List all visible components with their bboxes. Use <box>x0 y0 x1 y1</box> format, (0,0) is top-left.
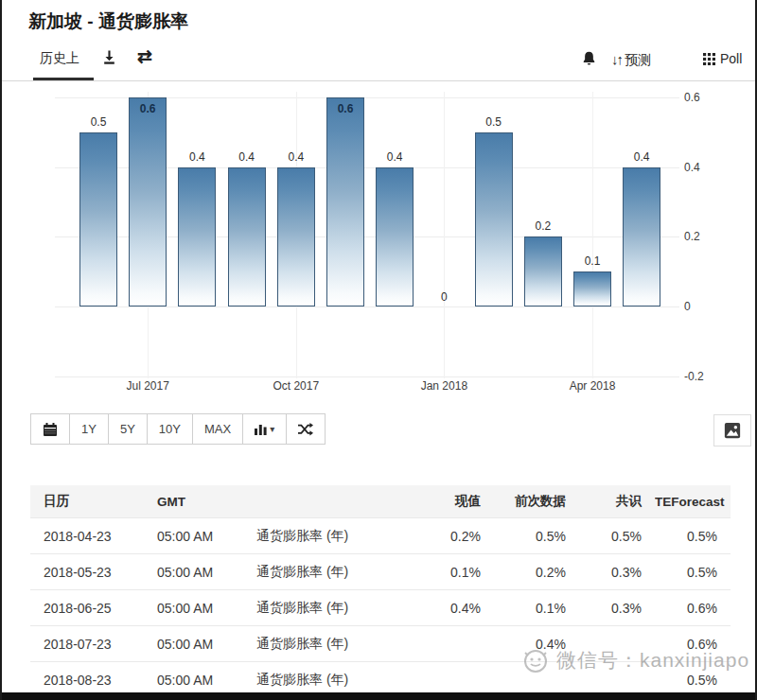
bar-value-label: 0.4 <box>366 150 423 164</box>
bell-icon[interactable] <box>581 50 597 67</box>
shuffle-icon <box>298 423 313 436</box>
table-cell: 0.4% <box>418 590 494 626</box>
bar[interactable] <box>129 97 167 306</box>
table-cell: 05:00 AM <box>144 554 243 590</box>
bar-value-label: 0.4 <box>219 150 275 164</box>
shuffle-button[interactable] <box>286 413 326 445</box>
bar[interactable] <box>178 167 216 306</box>
table-cell: 0.6% <box>655 626 731 662</box>
table-cell: 05:00 AM <box>144 590 243 626</box>
bar[interactable] <box>79 132 117 306</box>
table-cell <box>579 626 655 662</box>
y-axis-tick-label: 0.6 <box>684 91 726 104</box>
x-axis-tick-label: Apr 2018 <box>550 379 635 393</box>
table-cell: 2018-05-23 <box>30 554 144 590</box>
table-row[interactable]: 2018-07-2305:00 AM通货膨胀率 (年)0.4%0.6% <box>30 626 731 662</box>
bar-value-label: 0.1 <box>564 254 621 268</box>
table-cell <box>418 626 494 662</box>
table-cell: 0.2% <box>418 518 494 554</box>
column-header: TEForecast <box>655 485 731 518</box>
compare-icon[interactable]: ⇄ <box>137 45 152 67</box>
calendar-data-table: 日历GMT现值前次数据共识TEForecast2018-04-2305:00 A… <box>30 485 731 697</box>
column-header: 现值 <box>418 485 494 518</box>
table-header-row: 日历GMT现值前次数据共识TEForecast <box>30 485 731 518</box>
bar-value-label: 0.5 <box>466 115 522 129</box>
gridline-vertical <box>444 92 445 378</box>
y-axis-tick-label: 0.2 <box>684 230 726 243</box>
bar-value-label: 0.6 <box>317 102 374 115</box>
tab-history[interactable]: 历史上 <box>40 50 79 67</box>
gridline-vertical <box>592 92 593 378</box>
table-cell: 0.3% <box>579 590 655 626</box>
table-cell: 05:00 AM <box>144 626 243 662</box>
trading-economics-page: 新加坡 - 通货膨胀率 历史上 ⇄ ↓↑预测 Poll 0.60.40.20-0… <box>0 0 757 700</box>
bar[interactable] <box>326 97 364 306</box>
table-row[interactable]: 2018-04-2305:00 AM通货膨胀率 (年)0.2%0.5%0.5%0… <box>30 518 731 554</box>
bar-value-label: 0.4 <box>168 150 225 164</box>
table-cell: 0.2% <box>494 554 579 590</box>
bar[interactable] <box>573 271 611 306</box>
bar-value-label: 0.4 <box>268 150 325 164</box>
range-1y-button[interactable]: 1Y <box>69 413 109 445</box>
download-icon[interactable] <box>101 49 117 65</box>
poll-label: Poll <box>720 51 742 66</box>
bar-value-label: 0.2 <box>515 219 572 233</box>
table-row[interactable]: 2018-06-2505:00 AM通货膨胀率 (年)0.4%0.1%0.3%0… <box>30 590 731 626</box>
forecast-label: 预测 <box>625 52 651 67</box>
bottom-black-bar <box>2 692 755 700</box>
table-row[interactable]: 2018-05-2305:00 AM通货膨胀率 (年)0.1%0.2%0.3%0… <box>30 554 731 590</box>
table-cell: 0.5% <box>579 518 655 554</box>
table-cell: 2018-06-25 <box>30 590 144 626</box>
y-axis-tick-label: 0.4 <box>684 161 726 174</box>
y-axis-tick-label: 0 <box>684 300 726 313</box>
table-cell: 2018-07-23 <box>30 626 144 662</box>
forecast-button[interactable]: ↓↑预测 <box>611 51 651 69</box>
bar-value-label: 0.6 <box>119 102 176 115</box>
range-10y-button[interactable]: 10Y <box>147 413 193 445</box>
column-header: 日历 <box>30 485 144 518</box>
table-cell: 0.1% <box>418 554 494 590</box>
table-cell: 0.5% <box>494 518 579 554</box>
inflation-bar-chart: 0.60.40.20-0.2Jul 2017Oct 2017Jan 2018Ap… <box>2 90 755 407</box>
bar-chart-icon <box>255 423 267 435</box>
bar-value-label: 0.4 <box>613 150 670 164</box>
table-cell: 通货膨胀率 (年) <box>243 518 418 554</box>
chevron-down-icon: ▾ <box>270 424 274 434</box>
table-cell: 通货膨胀率 (年) <box>243 590 418 626</box>
bar[interactable] <box>524 236 562 306</box>
range-max-button[interactable]: MAX <box>192 413 243 445</box>
bar[interactable] <box>228 167 266 306</box>
bar[interactable] <box>376 167 414 306</box>
range-5y-button[interactable]: 5Y <box>108 413 148 445</box>
table-cell: 0.4% <box>494 626 579 662</box>
table-cell: 0.6% <box>655 590 731 626</box>
column-header: GMT <box>144 485 243 518</box>
bar[interactable] <box>623 167 660 306</box>
x-axis-tick-label: Jul 2017 <box>105 379 190 393</box>
bar[interactable] <box>277 167 315 306</box>
column-header: 共识 <box>579 485 655 518</box>
table-cell: 通货膨胀率 (年) <box>243 626 418 662</box>
chart-toolbar: 1Y 5Y 10Y MAX ▾ <box>30 413 326 445</box>
table-cell: 0.3% <box>579 554 655 590</box>
x-axis-tick-label: Oct 2017 <box>254 379 339 393</box>
tabbar-divider <box>2 80 755 81</box>
chart-type-button[interactable]: ▾ <box>242 413 287 445</box>
bar[interactable] <box>475 132 513 306</box>
x-axis-tick-label: Jan 2018 <box>401 379 486 393</box>
bar-value-label: 0.5 <box>70 115 127 129</box>
table-cell: 05:00 AM <box>144 518 243 554</box>
export-image-button[interactable] <box>713 414 751 446</box>
column-header <box>243 485 418 518</box>
y-axis-tick-label: -0.2 <box>684 370 726 383</box>
table-cell: 2018-04-23 <box>30 518 144 554</box>
table-cell: 0.5% <box>655 518 731 554</box>
calendar-icon <box>43 422 58 437</box>
table-cell: 0.1% <box>494 590 579 626</box>
calendar-button[interactable] <box>30 413 70 445</box>
sort-arrows-icon: ↓↑ <box>611 51 622 67</box>
image-icon <box>723 421 742 440</box>
poll-button[interactable]: Poll <box>703 51 742 66</box>
table-cell: 0.5% <box>655 554 731 590</box>
page-title: 新加坡 - 通货膨胀率 <box>28 9 188 34</box>
